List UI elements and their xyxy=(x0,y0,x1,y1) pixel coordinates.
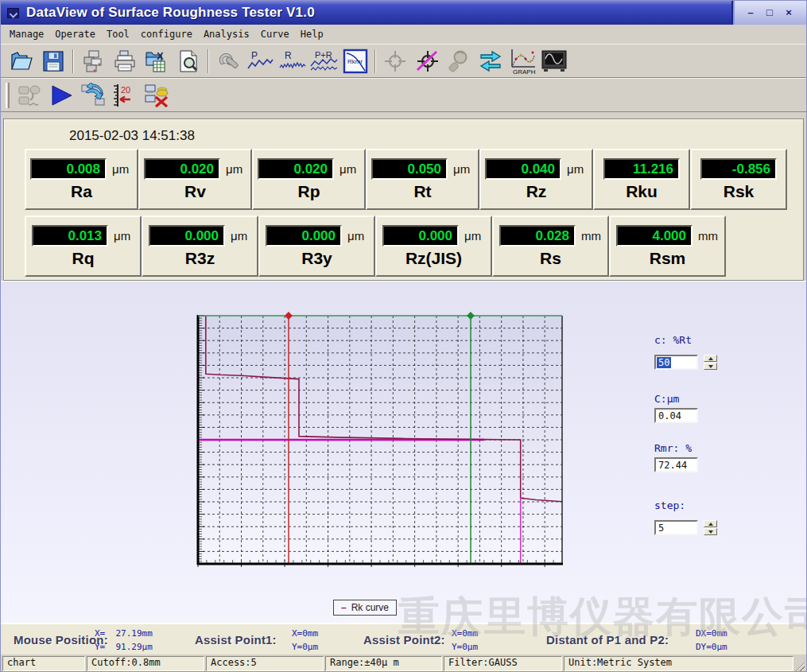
rmr-chart[interactable] xyxy=(1,282,621,623)
parameter-label: Rs xyxy=(540,249,561,268)
spacer xyxy=(1,112,806,118)
chart-legend: – Rk curve xyxy=(333,600,397,616)
start-measure-button[interactable] xyxy=(45,80,77,110)
svg-text:X: X xyxy=(157,50,164,62)
pr-curve-button[interactable]: P+R xyxy=(308,46,339,76)
settings-button[interactable] xyxy=(212,46,244,76)
rk-curve-button[interactable]: Rkmr xyxy=(339,46,371,76)
unit-label: μm xyxy=(339,162,360,176)
unit-label: μm xyxy=(464,229,485,243)
menu-item-manage[interactable]: Manage xyxy=(4,26,49,42)
connect-button[interactable] xyxy=(14,80,45,110)
side-field-input[interactable]: 0.04 xyxy=(654,408,698,423)
app-icon[interactable] xyxy=(7,8,19,18)
database-button[interactable] xyxy=(77,46,109,76)
svg-text:20: 20 xyxy=(121,85,130,95)
side-field-label: step: xyxy=(654,499,750,511)
cancel-crosshair-button[interactable] xyxy=(411,46,443,76)
connect-icon xyxy=(17,84,42,107)
pr-curve-icon: P+R xyxy=(308,49,339,73)
svg-text:P+R: P+R xyxy=(315,50,332,60)
measure-panel-rz(jis): 0.000μmRz(JIS) xyxy=(375,216,492,277)
side-field-input[interactable]: 5 xyxy=(654,520,698,535)
parameter-label: Rv xyxy=(184,182,206,201)
print-preview-button[interactable] xyxy=(173,46,204,76)
chart-section: c: %Rt50C:μm0.04Rmr: %72.44step:5 – Rk c… xyxy=(1,281,806,623)
menu-item-analysis[interactable]: Analysis xyxy=(198,26,255,42)
measure-panel-rku: 11.216Rku xyxy=(593,149,690,210)
sync-data-button[interactable] xyxy=(77,80,109,110)
export-excel-button[interactable]: X xyxy=(141,46,173,76)
print-button[interactable] xyxy=(109,46,141,76)
distance-p1-p2-values: DX=0mmDY=0μm xyxy=(696,627,727,654)
parameter-label: Rt xyxy=(413,182,431,201)
settings-wrench-icon xyxy=(215,49,241,73)
lcd-value: 0.000 xyxy=(149,225,225,247)
parameter-label: Rku xyxy=(626,182,658,201)
crosshair-icon xyxy=(383,49,407,73)
menu-item-curve[interactable]: Curve xyxy=(255,26,295,42)
menu-item-operate[interactable]: Operate xyxy=(49,26,101,42)
side-field-input[interactable]: 72.44 xyxy=(654,457,698,472)
svg-text:Rkmr: Rkmr xyxy=(347,58,363,65)
measurement-section: 2015-02-03 14:51:38 0.008μmRa0.020μmRv0.… xyxy=(3,118,804,281)
menu-item-help[interactable]: Help xyxy=(295,26,329,42)
swap-curves-button[interactable] xyxy=(475,46,506,76)
measurement-timestamp: 2015-02-03 14:51:38 xyxy=(69,128,195,144)
disconnect-button[interactable] xyxy=(141,80,173,110)
print-preview-icon xyxy=(177,49,200,73)
toolbar-grip[interactable] xyxy=(6,83,10,108)
spin-up-button[interactable] xyxy=(704,355,717,362)
window-title: DataView of Surface Roughness Tester V1.… xyxy=(26,5,315,21)
spin-up-button[interactable] xyxy=(704,520,717,527)
lcd-value: 11.216 xyxy=(603,158,680,180)
r-curve-button[interactable]: R xyxy=(276,46,308,76)
save-button[interactable] xyxy=(37,46,69,76)
side-field-2: C:μm0.04 xyxy=(654,393,750,423)
status-cell-2: Cutoff:0.8mm xyxy=(87,656,204,671)
sample-length-button[interactable]: 20 xyxy=(109,80,141,110)
parameter-label: Rsm xyxy=(650,249,686,268)
svg-text:R: R xyxy=(285,50,292,61)
p-curve-button[interactable]: P xyxy=(244,46,276,76)
maximize-button[interactable]: □ xyxy=(762,6,777,19)
side-field-input[interactable]: 50 xyxy=(654,355,698,370)
resize-grip[interactable] xyxy=(794,661,805,671)
zoom-button[interactable] xyxy=(443,46,475,76)
print-icon xyxy=(113,49,137,73)
parameter-label: R3y xyxy=(301,249,332,268)
sync-icon xyxy=(80,83,107,108)
spinner xyxy=(704,355,717,370)
unit-label: μm xyxy=(231,229,251,243)
graph-button[interactable]: GRAPH xyxy=(506,46,538,76)
center-crosshair-button[interactable] xyxy=(379,46,411,76)
distance-p1-p2-label: Distant of P1 and P2: xyxy=(546,633,669,647)
oscilloscope-button[interactable] xyxy=(538,46,570,76)
database-icon xyxy=(81,49,105,73)
menu-item-configure[interactable]: configure xyxy=(135,26,198,42)
lcd-value: 0.000 xyxy=(266,225,342,247)
spin-down-button[interactable] xyxy=(704,363,717,370)
lcd-value: 0.008 xyxy=(30,158,107,180)
parameter-label: Rp xyxy=(298,182,320,201)
position-info-bar: Mouse Position:X= 27.19mmY= 91.29μmAssis… xyxy=(1,623,806,655)
lcd-value: 0.000 xyxy=(382,225,459,247)
legend-label: Rk curve xyxy=(351,602,389,613)
parameter-label: Rz xyxy=(526,182,547,201)
lcd-value: 0.013 xyxy=(32,225,108,247)
up-arrow-icon xyxy=(708,357,713,360)
close-button[interactable]: × xyxy=(782,6,796,19)
oscilloscope-icon xyxy=(541,49,568,73)
side-field-label: Rmr: % xyxy=(654,442,750,454)
side-field-label: C:μm xyxy=(654,393,750,405)
unit-label: mm xyxy=(581,229,602,243)
status-bar: chartCutoff:0.8mmAccess:5Range:±40μ mFil… xyxy=(1,655,806,672)
side-field-1: c: %Rt50 xyxy=(654,334,750,370)
measure-panel-rsk: -0.856Rsk xyxy=(690,149,787,210)
p-curve-icon: P xyxy=(246,49,274,73)
spin-down-button[interactable] xyxy=(704,528,717,535)
minimize-button[interactable]: – xyxy=(743,6,758,19)
menu-item-tool[interactable]: Tool xyxy=(101,26,135,42)
legend-line-swatch: – xyxy=(341,602,347,613)
open-button[interactable] xyxy=(6,46,37,76)
